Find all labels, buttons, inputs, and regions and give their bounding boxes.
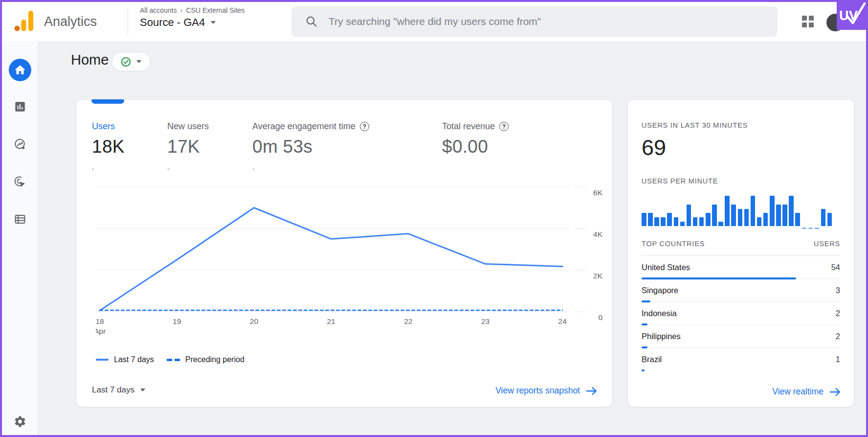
- date-range-label: Last 7 days: [92, 385, 134, 395]
- country-bar: [642, 369, 645, 371]
- sidebar-item-reports[interactable]: [14, 100, 26, 113]
- sidebar-item-library[interactable]: [14, 213, 26, 226]
- ads-click-icon: [14, 176, 26, 188]
- sidebar-item-home[interactable]: [9, 59, 31, 81]
- analytics-logo-icon[interactable]: [14, 10, 34, 34]
- topbar-divider: [128, 8, 128, 35]
- search-input[interactable]: [328, 15, 778, 28]
- svg-text:0: 0: [598, 313, 602, 322]
- svg-text:20: 20: [250, 317, 259, 325]
- metric-value: 18K: [92, 137, 125, 157]
- sidebar-item-advertising[interactable]: [14, 176, 26, 188]
- app-window: Analytics All accounts › CSU External Si…: [0, 0, 868, 437]
- users-per-minute-bar-chart: [642, 193, 835, 226]
- check-circle-icon: [121, 57, 131, 67]
- country-name: Singapore: [642, 286, 678, 295]
- svg-text:4K: 4K: [593, 230, 603, 238]
- svg-text:6K: 6K: [593, 188, 603, 197]
- breadcrumb-separator-icon: ›: [180, 6, 182, 14]
- solid-line-swatch-icon: [96, 359, 109, 361]
- users-column-label: USERS: [814, 240, 840, 248]
- metric-total-revenue[interactable]: Total revenue ? $0.00: [442, 121, 509, 172]
- breadcrumb-root[interactable]: All accounts: [140, 6, 177, 14]
- breadcrumb-current[interactable]: CSU External Sites: [186, 6, 245, 14]
- link-label: View realtime: [772, 387, 823, 397]
- date-range-selector[interactable]: Last 7 days: [92, 385, 145, 395]
- top-countries-label: TOP COUNTRIES: [642, 240, 705, 248]
- list-icon: [14, 213, 26, 226]
- country-users: 2: [836, 309, 840, 318]
- search-icon: [305, 15, 318, 28]
- metric-label: New users: [167, 121, 209, 132]
- svg-text:Apr: Apr: [96, 327, 106, 335]
- table-row: Singapore 3: [642, 279, 840, 302]
- realtime-users-value: 69: [642, 135, 666, 161]
- svg-text:23: 23: [481, 317, 490, 325]
- country-users: 54: [831, 263, 840, 272]
- arrow-right-icon: [586, 386, 598, 396]
- metric-value: 17K: [167, 137, 209, 157]
- realtime-card: USERS IN LAST 30 MINUTES 69 USERS PER MI…: [627, 99, 854, 407]
- property-name: Source - GA4: [140, 16, 205, 29]
- help-icon[interactable]: ?: [360, 122, 369, 131]
- countries-table: United States 54 Singapore 3 Indonesia 2…: [642, 256, 840, 370]
- chart-legend: Last 7 days Preceding period: [96, 355, 245, 364]
- legend-label: Last 7 days: [114, 355, 154, 364]
- metric-label: Average engagement time: [252, 121, 356, 132]
- svg-text:18: 18: [96, 317, 104, 325]
- dashed-line-swatch-icon: [167, 359, 180, 361]
- help-icon[interactable]: ?: [499, 122, 509, 131]
- metric-new-users[interactable]: New users 17K -: [167, 121, 209, 172]
- country-users: 1: [836, 355, 840, 364]
- brand-name: Analytics: [44, 2, 97, 41]
- country-name: Philippines: [642, 332, 681, 341]
- uv-overlay-badge: UV: [837, 2, 866, 30]
- country-name: Indonesia: [642, 309, 677, 318]
- overview-card: Users 18K - New users 17K - Average enga…: [76, 99, 613, 407]
- breadcrumb: All accounts › CSU External Sites Source…: [140, 6, 245, 29]
- table-row: Brazil 1: [642, 348, 840, 370]
- svg-text:22: 22: [404, 317, 412, 325]
- property-selector[interactable]: Source - GA4: [140, 16, 245, 29]
- table-row: Philippines 2: [642, 325, 840, 348]
- users-per-minute-label: USERS PER MINUTE: [642, 177, 718, 185]
- checkmark-icon: [844, 2, 866, 26]
- countries-header: TOP COUNTRIES USERS: [642, 240, 840, 248]
- active-metric-tab-indicator: [91, 99, 124, 104]
- metric-value: $0.00: [442, 137, 509, 157]
- realtime-title: USERS IN LAST 30 MINUTES: [642, 121, 748, 129]
- apps-grid-icon[interactable]: [801, 15, 815, 28]
- view-realtime-link[interactable]: View realtime: [772, 387, 841, 397]
- legend-label: Preceding period: [185, 355, 245, 364]
- metric-label: Users: [92, 121, 115, 132]
- view-reports-snapshot-link[interactable]: View reports snapshot: [495, 386, 598, 396]
- table-row: United States 54: [642, 256, 840, 279]
- sidebar-item-admin[interactable]: [13, 415, 26, 428]
- country-name: Brazil: [642, 355, 662, 364]
- metric-avg-engagement-time[interactable]: Average engagement time ? 0m 53s -: [252, 121, 369, 172]
- country-users: 3: [836, 286, 840, 295]
- legend-last-7-days: Last 7 days: [96, 355, 154, 364]
- metric-value: 0m 53s: [252, 137, 369, 157]
- users-line-chart: 02K4K6K18Apr192021222324: [96, 169, 604, 338]
- svg-text:24: 24: [558, 317, 567, 325]
- svg-text:2K: 2K: [593, 272, 603, 280]
- chevron-down-icon: [140, 389, 145, 391]
- page-title: Home: [71, 52, 109, 68]
- table-row: Indonesia 2: [642, 302, 840, 325]
- metric-users[interactable]: Users 18K -: [92, 121, 125, 172]
- gear-icon: [13, 415, 26, 428]
- svg-text:21: 21: [327, 317, 335, 325]
- sidebar-item-explore[interactable]: [14, 138, 26, 151]
- legend-preceding-period: Preceding period: [167, 355, 245, 364]
- link-label: View reports snapshot: [495, 386, 580, 396]
- country-users: 2: [836, 332, 840, 341]
- svg-text:19: 19: [173, 317, 181, 325]
- customize-report-button[interactable]: [111, 52, 151, 71]
- chevron-down-icon: [136, 60, 141, 63]
- country-name: United States: [642, 263, 690, 272]
- top-bar: Analytics All accounts › CSU External Si…: [2, 2, 866, 41]
- search-bar[interactable]: [291, 6, 778, 37]
- arrow-right-icon: [829, 387, 841, 397]
- bar-chart-icon: [14, 100, 26, 113]
